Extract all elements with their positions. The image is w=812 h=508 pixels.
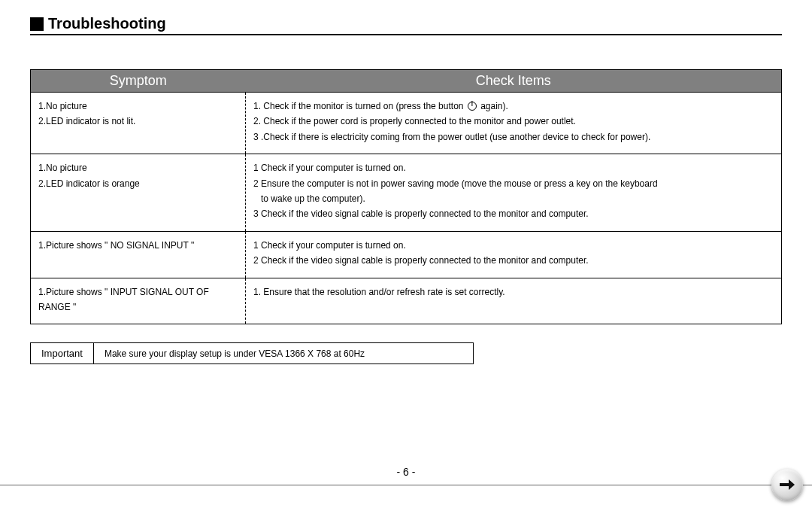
- column-header-check: Check Items: [246, 70, 782, 93]
- section-title-bar: Troubleshooting: [30, 15, 782, 35]
- troubleshooting-table: Symptom Check Items 1.No picture 2.LED i…: [30, 69, 782, 324]
- next-arrow-icon: [780, 479, 795, 490]
- important-note: Important Make sure your display setup i…: [30, 342, 474, 364]
- symptom-cell: 1.No picture 2.LED indicator is not lit.: [31, 93, 246, 154]
- next-page-button[interactable]: [771, 469, 803, 500]
- section-title: Troubleshooting: [48, 15, 166, 32]
- title-square-icon: [30, 17, 44, 31]
- symptom-cell: 1.Picture shows " INPUT SIGNAL OUT OF RA…: [31, 278, 246, 324]
- symptom-cell: 1.Picture shows " NO SIGNAL INPUT ": [31, 231, 246, 278]
- symptom-cell: 1.No picture 2.LED indicator is orange: [31, 154, 246, 232]
- table-row: 1.No picture 2.LED indicator is orange 1…: [31, 154, 782, 232]
- important-text: Make sure your display setup is under VE…: [94, 344, 473, 364]
- power-icon: [468, 102, 477, 111]
- check-cell: 1. Ensure that the resolution and/or ref…: [246, 278, 782, 324]
- check-cell: 1. Check if the monitor is turned on (pr…: [246, 93, 782, 154]
- table-row: 1.Picture shows " INPUT SIGNAL OUT OF RA…: [31, 278, 782, 324]
- column-header-symptom: Symptom: [31, 70, 246, 93]
- page-container: Troubleshooting Symptom Check Items 1.No…: [0, 0, 812, 364]
- footer-divider: [0, 485, 812, 485]
- page-number: - 6 -: [0, 466, 812, 478]
- table-row: 1.Picture shows " NO SIGNAL INPUT " 1 Ch…: [31, 231, 782, 278]
- table-row: 1.No picture 2.LED indicator is not lit.…: [31, 93, 782, 154]
- check-cell: 1 Check if your computer is turned on. 2…: [246, 231, 782, 278]
- check-cell: 1 Check if your computer is turned on. 2…: [246, 154, 782, 232]
- important-label: Important: [31, 343, 94, 364]
